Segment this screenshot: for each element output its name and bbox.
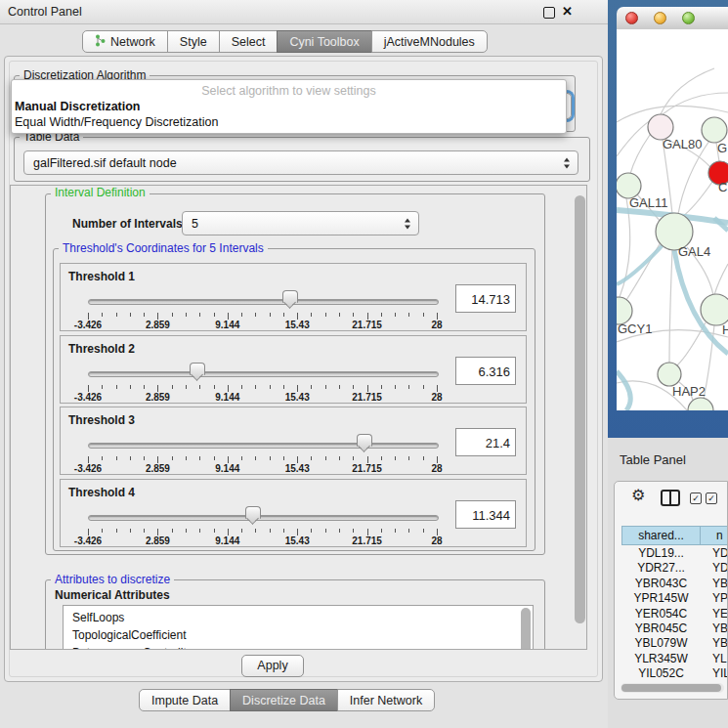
threshold-slider-track[interactable] [88,299,439,305]
tab-top-jactivemnodules[interactable]: jActiveMNodules [371,30,488,53]
cell-shared-name: YBR043C [621,577,701,590]
tick-mark [172,313,173,317]
attribute-list-item[interactable]: BetweennessCentrality [64,644,533,650]
float-window-icon[interactable] [543,7,555,19]
tick-mark [228,313,229,320]
axis-tick-label: 21.715 [338,392,397,403]
network-node-h[interactable] [701,294,728,325]
threshold-slider-track[interactable] [88,371,439,377]
tab-top-select[interactable]: Select [219,30,278,53]
list-scrollbar[interactable] [521,608,531,650]
network-node-hap2[interactable] [658,363,681,386]
network-node[interactable] [688,398,713,410]
tick-mark [186,529,187,533]
cell-shared-name: YPR145W [621,591,701,605]
tick-mark [381,313,382,317]
tick-mark [144,385,145,389]
tab-top-network[interactable]: Network [82,30,168,53]
number-of-intervals-value: 5 [192,217,198,231]
table-row[interactable]: YDL19...YDL1 [621,546,728,562]
number-of-intervals-combobox[interactable]: 5 [182,211,419,236]
network-node-gcy1[interactable] [617,297,632,324]
algorithm-placeholder-option[interactable]: Select algorithm to view settings [12,84,566,98]
tick-mark [144,529,145,533]
axis-tick-label: 2.859 [128,463,187,474]
top-tab-label: Cyni Toolbox [289,35,359,49]
tab-bottom-discretize-data[interactable]: Discretize Data [230,689,338,711]
threshold-slider-thumb[interactable] [190,363,205,375]
table-row[interactable]: YDR27...YDR2 [621,561,728,577]
control-panel-titlebar: Control Panel ✕ [0,0,608,24]
network-edge [682,182,712,217]
zoom-traffic-light-icon[interactable] [682,12,695,24]
spinner-arrows-icon [405,218,411,229]
minimize-traffic-light-icon[interactable] [654,12,666,24]
tick-mark [423,456,424,460]
horizontal-scrollbar-thumb[interactable] [621,684,721,692]
apply-button[interactable]: Apply [241,655,304,677]
threshold-row: Threshold 4-3.4262.8599.14415.4321.71528… [60,479,527,547]
table-row[interactable]: YBR045CYBR0 [621,621,728,637]
bottom-tab-label: Impute Data [151,694,218,707]
column-header-shared-name[interactable]: shared... [621,526,701,545]
tick-mark [130,456,131,460]
threshold-value-field[interactable]: 14.713 [455,284,516,313]
tick-mark [297,313,298,320]
column-header-name[interactable]: n [700,526,728,545]
horizontal-scrollbar[interactable] [621,683,724,693]
attribute-list-item[interactable]: TopologicalCoefficient [64,626,533,644]
threshold-slider-thumb[interactable] [245,506,261,519]
table-row[interactable]: YER054CYER0 [621,607,728,622]
network-view-canvas[interactable]: GAL80GCGAL11GAL4GCY1HHAP2 [617,29,728,410]
tab-bottom-impute-data[interactable]: Impute Data [139,689,231,711]
table-row[interactable]: YBR043CYBR0 [621,577,728,592]
top-tab-label: jActiveMNodules [384,35,475,49]
cell-name: YIL0 [707,666,728,680]
threshold-slider-thumb[interactable] [357,434,372,447]
network-edge [630,135,650,174]
threshold-value-field[interactable]: 21.4 [455,428,516,456]
tab-top-style[interactable]: Style [167,30,220,53]
option-manual-discretization[interactable]: Manual Discretization [15,100,141,113]
tick-mark [283,456,284,460]
checkbox-icon[interactable]: ✓ [706,492,717,504]
cell-shared-name: YIL052C [621,666,701,680]
table-row[interactable]: YPR145WYPR1 [621,591,728,607]
checkbox-icon[interactable]: ✓ [690,492,702,504]
threshold-value-field[interactable]: 11.344 [455,500,516,529]
close-icon[interactable]: ✕ [562,4,573,19]
tick-mark [102,456,103,460]
threshold-value-field[interactable]: 6.316 [455,357,516,385]
numerical-attributes-list[interactable]: SelfLoopsTopologicalCoefficientBetweenne… [63,605,534,650]
axis-tick-label: -3.426 [59,320,117,330]
threshold-slider-track[interactable] [88,443,439,449]
tick-mark [325,385,326,389]
tick-mark [130,313,131,317]
tab-bottom-infer-network[interactable]: Infer Network [337,689,435,711]
network-node-g[interactable] [702,117,727,143]
tick-mark [408,456,409,460]
close-traffic-light-icon[interactable] [625,12,638,24]
tab-top-cyni-toolbox[interactable]: Cyni Toolbox [277,30,371,53]
table-row[interactable]: YBL079WYBL0 [621,636,728,652]
table-data-combobox[interactable]: galFiltered.sif default node [23,150,578,175]
axis-tick-label: -3.426 [59,535,117,546]
tick-mark [228,529,229,535]
threshold-slider-thumb[interactable] [282,290,298,303]
tick-mark [157,313,158,320]
cell-shared-name: YBR045C [621,621,701,635]
tick-mark [311,385,312,389]
table-columns-icon[interactable] [661,490,680,506]
cell-shared-name: YDR27... [621,561,701,575]
threshold-slider-track[interactable] [88,515,439,521]
vertical-scrollbar[interactable] [575,195,585,623]
tick-mark [255,313,256,317]
gear-icon[interactable]: ⚙ [631,488,645,503]
node-label: H [722,322,728,337]
table-row[interactable]: YIL052CYIL0 [621,666,728,682]
attribute-list-item[interactable]: SelfLoops [64,606,533,626]
option-equal-width-frequency[interactable]: Equal Width/Frequency Discretization [15,115,218,129]
top-tab-bar: NetworkStyleSelectCyni ToolboxjActiveMNo… [82,30,488,53]
axis-tick-label: -3.426 [59,463,117,474]
table-row[interactable]: YLR345WYLR3 [621,652,728,667]
